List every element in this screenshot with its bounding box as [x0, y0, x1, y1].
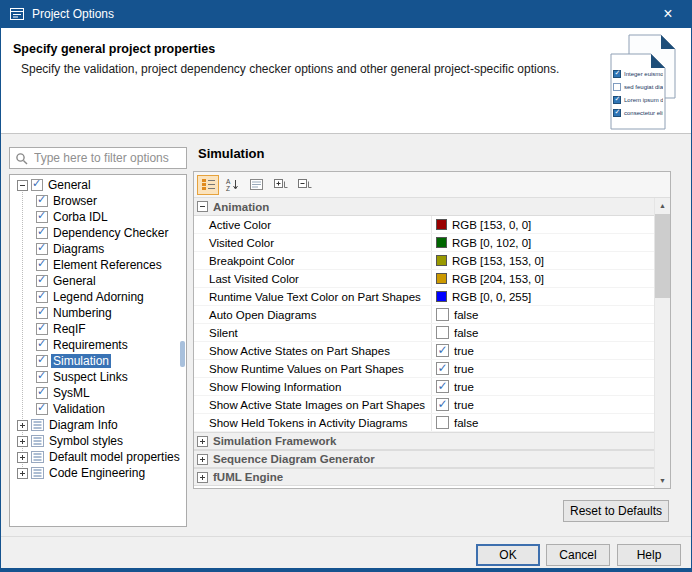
- color-swatch[interactable]: [436, 273, 447, 284]
- filter-options-input[interactable]: [32, 150, 180, 166]
- expand-toggle-icon[interactable]: [17, 468, 28, 479]
- color-swatch[interactable]: [436, 291, 447, 302]
- value-checkbox[interactable]: [436, 416, 449, 429]
- tree-scrollbar-thumb[interactable]: [180, 341, 185, 367]
- value-checkbox[interactable]: [436, 380, 449, 393]
- property-value[interactable]: false: [432, 306, 654, 323]
- ok-button[interactable]: OK: [476, 544, 540, 566]
- tree-checkbox[interactable]: [36, 243, 48, 255]
- property-row[interactable]: Last Visited ColorRGB [204, 153, 0]: [194, 270, 654, 288]
- color-swatch[interactable]: [436, 219, 447, 230]
- collapse-all-icon[interactable]: [293, 175, 315, 195]
- tree-checkbox[interactable]: [36, 371, 48, 383]
- expand-all-icon[interactable]: [269, 175, 291, 195]
- tree-item[interactable]: Diagrams: [10, 241, 186, 257]
- tree-item[interactable]: Code Engineering: [10, 465, 186, 481]
- value-checkbox[interactable]: [436, 398, 449, 411]
- tree-checkbox[interactable]: [36, 195, 48, 207]
- tree-item[interactable]: ReqIF: [10, 321, 186, 337]
- tree-item[interactable]: Numbering: [10, 305, 186, 321]
- tree-item[interactable]: Simulation: [10, 353, 186, 369]
- tree-checkbox[interactable]: [36, 259, 48, 271]
- value-checkbox[interactable]: [436, 326, 449, 339]
- property-value[interactable]: false: [432, 414, 654, 431]
- tree-checkbox[interactable]: [31, 179, 43, 191]
- collapse-group-icon[interactable]: [197, 201, 208, 212]
- tree-checkbox[interactable]: [36, 291, 48, 303]
- scroll-up-icon[interactable]: [655, 198, 670, 213]
- sort-alphabetically-icon[interactable]: AZ: [221, 175, 243, 195]
- collapse-toggle-icon[interactable]: [17, 180, 28, 191]
- tree-checkbox[interactable]: [36, 355, 48, 367]
- tree-item[interactable]: Browser: [10, 193, 186, 209]
- property-row[interactable]: Show Held Tokens in Activity Diagramsfal…: [194, 414, 654, 432]
- property-row[interactable]: Runtime Value Text Color on Part ShapesR…: [194, 288, 654, 306]
- property-value[interactable]: false: [432, 324, 654, 341]
- color-swatch[interactable]: [436, 255, 447, 266]
- tree-item[interactable]: Diagram Info: [10, 417, 186, 433]
- expand-toggle-icon[interactable]: [17, 420, 28, 431]
- tree-item[interactable]: Validation: [10, 401, 186, 417]
- cancel-button[interactable]: Cancel: [546, 544, 610, 566]
- property-row[interactable]: Active ColorRGB [153, 0, 0]: [194, 216, 654, 234]
- tree-item[interactable]: Requirements: [10, 337, 186, 353]
- property-group-row[interactable]: Simulation Framework: [194, 432, 654, 450]
- help-button[interactable]: Help: [617, 544, 681, 566]
- property-row[interactable]: Show Active States on Part Shapestrue: [194, 342, 654, 360]
- tree-item[interactable]: Element References: [10, 257, 186, 273]
- tree-checkbox[interactable]: [36, 307, 48, 319]
- property-value[interactable]: true: [432, 378, 654, 395]
- tree-checkbox[interactable]: [36, 211, 48, 223]
- scrollbar-thumb[interactable]: [655, 214, 670, 298]
- close-icon[interactable]: ×: [645, 0, 691, 28]
- property-value[interactable]: true: [432, 342, 654, 359]
- property-row[interactable]: Breakpoint ColorRGB [153, 153, 0]: [194, 252, 654, 270]
- expand-toggle-icon[interactable]: [17, 452, 28, 463]
- tree-scrollbar[interactable]: [179, 175, 186, 526]
- value-checkbox[interactable]: [436, 308, 449, 321]
- tree-item[interactable]: Legend Adorning: [10, 289, 186, 305]
- tree-checkbox[interactable]: [36, 387, 48, 399]
- property-row[interactable]: Show Runtime Values on Part Shapestrue: [194, 360, 654, 378]
- filter-options-box[interactable]: [9, 147, 187, 169]
- expand-toggle-icon[interactable]: [17, 436, 28, 447]
- properties-scrollbar[interactable]: [654, 198, 670, 488]
- property-row[interactable]: Show Active State Images on Part Shapest…: [194, 396, 654, 414]
- property-row[interactable]: Silentfalse: [194, 324, 654, 342]
- titlebar[interactable]: Project Options ×: [1, 0, 691, 28]
- tree-item[interactable]: Symbol styles: [10, 433, 186, 449]
- reset-to-defaults-button[interactable]: Reset to Defaults: [563, 500, 669, 522]
- tree-item[interactable]: Default model properties: [10, 449, 186, 465]
- property-value[interactable]: RGB [204, 153, 0]: [432, 270, 654, 287]
- property-group-row[interactable]: Sequence Diagram Generator: [194, 450, 654, 468]
- categorized-view-icon[interactable]: [197, 175, 219, 195]
- property-value[interactable]: RGB [0, 102, 0]: [432, 234, 654, 251]
- expand-group-icon[interactable]: [197, 454, 208, 465]
- property-row[interactable]: Show Flowing Informationtrue: [194, 378, 654, 396]
- property-value[interactable]: true: [432, 360, 654, 377]
- value-checkbox[interactable]: [436, 362, 449, 375]
- property-value[interactable]: RGB [0, 0, 255]: [432, 288, 654, 305]
- tree-item[interactable]: Corba IDL: [10, 209, 186, 225]
- property-value[interactable]: true: [432, 396, 654, 413]
- tree-checkbox[interactable]: [36, 275, 48, 287]
- expand-group-icon[interactable]: [197, 472, 208, 483]
- tree-item[interactable]: Dependency Checker: [10, 225, 186, 241]
- tree-checkbox[interactable]: [36, 227, 48, 239]
- tree-checkbox[interactable]: [36, 323, 48, 335]
- tree-item[interactable]: General: [10, 177, 186, 193]
- property-group-row[interactable]: Animation: [194, 198, 654, 216]
- property-value[interactable]: RGB [153, 153, 0]: [432, 252, 654, 269]
- property-group-row[interactable]: fUML Engine: [194, 468, 654, 486]
- value-checkbox[interactable]: [436, 344, 449, 357]
- color-swatch[interactable]: [436, 237, 447, 248]
- tree-checkbox[interactable]: [36, 403, 48, 415]
- tree-item[interactable]: General: [10, 273, 186, 289]
- tree-checkbox[interactable]: [36, 339, 48, 351]
- tree-item[interactable]: SysML: [10, 385, 186, 401]
- show-description-icon[interactable]: [245, 175, 267, 195]
- property-value[interactable]: RGB [153, 0, 0]: [432, 216, 654, 233]
- property-row[interactable]: Visited ColorRGB [0, 102, 0]: [194, 234, 654, 252]
- tree-item[interactable]: Suspect Links: [10, 369, 186, 385]
- expand-group-icon[interactable]: [197, 436, 208, 447]
